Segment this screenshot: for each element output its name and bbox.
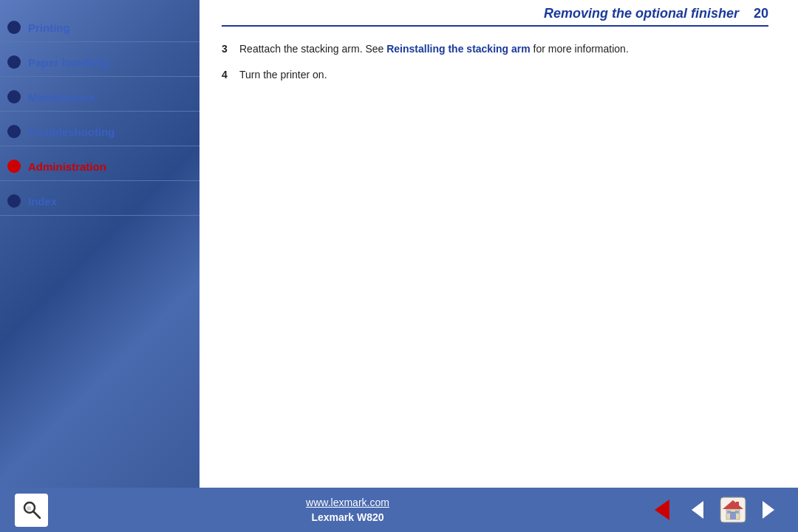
brand-label: Lexmark W820 xyxy=(311,511,383,523)
bullet-paper-handling xyxy=(7,55,21,69)
back-arrow-icon xyxy=(655,499,669,520)
content-area: Removing the optional finisher 20 3 Reat… xyxy=(200,0,798,488)
sidebar-label-paper-handling: Paper handling xyxy=(28,56,108,69)
next-arrow-icon xyxy=(763,501,774,519)
sidebar-label-administration: Administration xyxy=(28,160,106,173)
next-button[interactable] xyxy=(754,495,783,525)
step-4-number: 4 xyxy=(222,67,233,83)
step-4: 4 Turn the printer on. xyxy=(222,67,768,83)
svg-point-2 xyxy=(27,506,31,511)
bullet-maintenance xyxy=(7,90,21,103)
prev-button[interactable] xyxy=(683,495,712,525)
search-button[interactable] xyxy=(15,494,48,527)
search-icon xyxy=(21,499,43,521)
sidebar-item-index[interactable]: Index xyxy=(0,181,200,216)
step-3-text: Reattach the stacking arm. See Reinstall… xyxy=(239,41,768,57)
bullet-troubleshooting xyxy=(7,125,21,138)
sidebar-item-paper-handling[interactable]: Paper handling xyxy=(0,42,200,77)
svg-rect-10 xyxy=(736,502,739,507)
page-header: Removing the optional finisher 20 xyxy=(222,0,768,27)
website-link[interactable]: www.lexmark.com xyxy=(306,497,389,508)
sidebar-label-troubleshooting: Troubleshooting xyxy=(28,126,115,138)
sidebar-label-printing: Printing xyxy=(28,21,70,34)
home-button[interactable] xyxy=(718,495,748,525)
sidebar-item-administration[interactable]: Administration xyxy=(0,146,200,181)
step-3: 3 Reattach the stacking arm. See Reinsta… xyxy=(222,41,768,57)
bullet-printing xyxy=(7,21,21,34)
bullet-administration xyxy=(7,160,21,173)
step-4-text: Turn the printer on. xyxy=(239,67,768,83)
page-number: 20 xyxy=(754,6,768,21)
bullet-index xyxy=(7,194,21,208)
sidebar-item-maintenance[interactable]: Maintenance xyxy=(0,77,200,112)
footer-center: www.lexmark.com Lexmark W820 xyxy=(306,497,389,524)
svg-line-1 xyxy=(33,511,40,518)
reinstalling-link[interactable]: Reinstalling the stacking arm xyxy=(386,43,531,55)
sidebar-label-maintenance: Maintenance xyxy=(28,91,95,103)
footer: www.lexmark.com Lexmark W820 xyxy=(0,488,798,532)
back-button[interactable] xyxy=(647,495,677,525)
page-title: Removing the optional finisher xyxy=(544,6,739,21)
step-3-number: 3 xyxy=(222,41,233,57)
sidebar-item-troubleshooting[interactable]: Troubleshooting xyxy=(0,112,200,146)
sidebar: Printing Paper handling Maintenance Trou… xyxy=(0,0,200,488)
home-icon xyxy=(719,496,747,524)
footer-left xyxy=(15,494,48,527)
footer-right xyxy=(647,495,783,525)
sidebar-item-printing[interactable]: Printing xyxy=(0,7,200,42)
sidebar-label-index: Index xyxy=(28,195,57,208)
prev-arrow-icon xyxy=(692,501,703,519)
svg-rect-6 xyxy=(730,512,736,519)
